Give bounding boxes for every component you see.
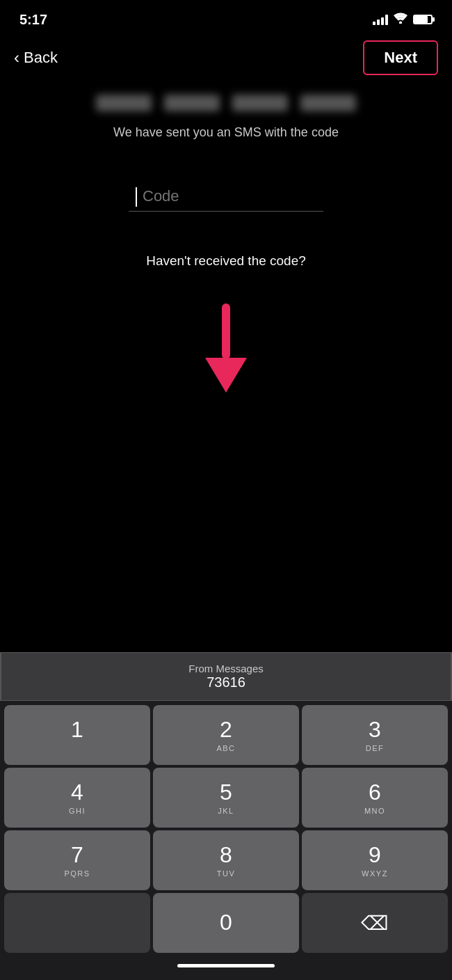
sms-description: We have sent you an SMS with the code (28, 125, 424, 140)
blur-block-4 (300, 95, 356, 111)
svg-point-0 (399, 22, 402, 24)
key-7[interactable]: 7 PQRS (4, 830, 150, 890)
key-4[interactable]: 4 GHI (4, 768, 150, 828)
down-arrow-icon (205, 303, 247, 393)
wifi-icon (394, 13, 407, 26)
cursor (136, 187, 137, 207)
autofill-text: From Messages 73616 (188, 663, 264, 690)
autofill-code: 73616 (188, 674, 264, 690)
key-9[interactable]: 9 WXYZ (302, 830, 448, 890)
key-backspace[interactable]: ⌫ (302, 893, 448, 953)
next-button[interactable]: Next (363, 40, 438, 75)
down-arrow-container (0, 303, 452, 393)
backspace-icon: ⌫ (361, 912, 389, 935)
numeric-keyboard: 1 2 ABC 3 DEF 4 GHI 5 JKL 6 MNO 7 PQRS (0, 701, 452, 957)
keyboard-area: From Messages 73616 1 2 ABC 3 DEF 4 GHI … (0, 652, 452, 980)
signal-icon (373, 14, 388, 25)
status-icons (373, 13, 433, 26)
key-1[interactable]: 1 (4, 705, 150, 765)
key-6[interactable]: 6 MNO (302, 768, 448, 828)
key-2[interactable]: 2 ABC (153, 705, 299, 765)
home-indicator (0, 957, 452, 980)
back-label: Back (24, 49, 58, 67)
back-button[interactable]: ‹ Back (14, 48, 58, 68)
home-bar (177, 964, 275, 967)
back-chevron-icon: ‹ (14, 48, 19, 68)
blurred-phone (28, 95, 424, 111)
battery-icon (413, 15, 433, 24)
key-3[interactable]: 3 DEF (302, 705, 448, 765)
content-area: We have sent you an SMS with the code Ha… (0, 81, 452, 303)
blur-block-2 (164, 95, 220, 111)
key-5[interactable]: 5 JKL (153, 768, 299, 828)
key-8[interactable]: 8 TUV (153, 830, 299, 890)
autofill-divider-left (0, 653, 1, 700)
status-bar: 5:17 (0, 0, 452, 35)
code-input-container (28, 182, 424, 212)
code-input[interactable] (129, 182, 323, 212)
key-0[interactable]: 0 (153, 893, 299, 953)
code-input-wrapper (129, 182, 323, 212)
blur-block-1 (96, 95, 152, 111)
autofill-bar[interactable]: From Messages 73616 (0, 652, 452, 701)
key-empty (4, 893, 150, 953)
nav-bar: ‹ Back Next (0, 35, 452, 81)
havent-received-text[interactable]: Haven't received the code? (28, 253, 424, 269)
blur-block-3 (232, 95, 288, 111)
status-time: 5:17 (19, 12, 47, 28)
autofill-source: From Messages (188, 663, 264, 674)
